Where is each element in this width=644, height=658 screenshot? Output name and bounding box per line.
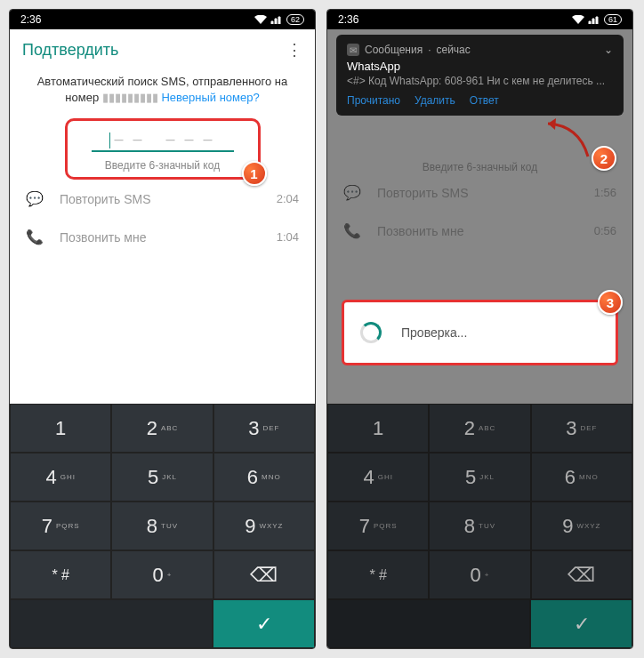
page-title: Подтвердить: [22, 41, 118, 60]
key-7[interactable]: 7PQRS: [10, 502, 111, 550]
signal-icon: [588, 15, 600, 24]
messages-app-icon: ✉: [347, 44, 359, 56]
resend-sms-row[interactable]: 💬 Повторить SMS 2:04: [10, 180, 315, 218]
key-backspace[interactable]: ⌫: [213, 550, 315, 599]
notif-title: WhatsApp: [347, 60, 613, 73]
key-backspace[interactable]: ⌫: [531, 550, 632, 599]
key-8[interactable]: 8TUV: [111, 502, 213, 550]
key-6[interactable]: 6MNO: [531, 453, 632, 502]
key-1[interactable]: 1: [10, 404, 111, 453]
notif-read-button[interactable]: Прочитано: [347, 94, 400, 107]
key-2[interactable]: 2ABC: [111, 404, 213, 453]
key-9[interactable]: 9WXYZ: [213, 502, 315, 550]
call-timer: 1:04: [277, 230, 299, 244]
key-1[interactable]: 1: [327, 404, 429, 453]
notif-reply-button[interactable]: Ответ: [470, 94, 499, 107]
key-9[interactable]: 9WXYZ: [531, 502, 632, 550]
key-symbols[interactable]: * #: [10, 550, 111, 599]
status-bar: 2:36 61: [327, 10, 632, 29]
code-input-highlight: – – – – – Введите 6-значный код 1: [65, 118, 261, 180]
key-6[interactable]: 6MNO: [213, 453, 315, 502]
key-4[interactable]: 4GHI: [327, 453, 429, 502]
key-0[interactable]: 0+: [111, 550, 213, 599]
code-hint: Введите 6-значный код: [73, 159, 253, 172]
status-bar: 2:36 62: [10, 10, 315, 29]
status-right: 62: [254, 14, 304, 25]
call-label: Позвонить мне: [60, 230, 146, 245]
key-5[interactable]: 5JKL: [429, 453, 530, 502]
notification-card[interactable]: ✉ Сообщения · сейчас ⌄ WhatsApp <#> Код …: [336, 35, 624, 116]
notif-body: <#> Код WhatsApp: 608-961 Ни с кем не де…: [347, 75, 613, 87]
status-time: 2:36: [338, 13, 358, 26]
key-4[interactable]: 4GHI: [10, 453, 111, 502]
callout-badge-2: 2: [592, 146, 616, 171]
callout-badge-3: 3: [598, 290, 623, 315]
key-confirm[interactable]: ✓: [213, 599, 315, 648]
wrong-number-link[interactable]: Неверный номер?: [161, 91, 259, 104]
resend-label: Повторить SMS: [60, 192, 151, 206]
notif-chevron-icon[interactable]: ⌄: [604, 44, 613, 56]
callout-badge-1: 1: [242, 161, 267, 186]
key-spacer: [10, 599, 213, 648]
verify-text: Проверка...: [401, 325, 467, 340]
status-right: 61: [572, 14, 622, 25]
spinner-icon: [360, 322, 382, 343]
key-3[interactable]: 3DEF: [213, 404, 315, 453]
wifi-icon: [254, 15, 267, 24]
key-8[interactable]: 8TUV: [429, 502, 530, 550]
signal-icon: [270, 15, 283, 24]
key-7[interactable]: 7PQRS: [327, 502, 429, 550]
key-5[interactable]: 5JKL: [111, 453, 213, 502]
code-input[interactable]: – – – – –: [92, 130, 234, 152]
key-2[interactable]: 2ABC: [429, 404, 530, 453]
verify-dialog: Проверка... 3: [342, 300, 618, 365]
wifi-icon: [572, 15, 584, 24]
key-3[interactable]: 3DEF: [531, 404, 632, 453]
battery-icon: 62: [286, 14, 304, 25]
header: Подтвердить ⋮: [10, 29, 315, 70]
phone-right: 2:36 61 Введите 6-значный код 💬 Повторит…: [326, 9, 633, 649]
sms-icon: 💬: [26, 190, 44, 207]
phone-left: 2:36 62 Подтвердить ⋮ Автоматический пои…: [9, 9, 316, 649]
numeric-keypad: 1 2ABC 3DEF 4GHI 5JKL 6MNO 7PQRS 8TUV 9W…: [327, 404, 632, 648]
key-confirm[interactable]: ✓: [530, 599, 632, 648]
key-spacer: [327, 599, 530, 648]
battery-icon: 61: [604, 14, 622, 25]
call-me-row[interactable]: 📞 Позвонить мне 1:04: [10, 218, 315, 256]
arrow-icon: [543, 116, 597, 161]
notif-app-name: Сообщения: [365, 44, 423, 56]
phone-icon: 📞: [26, 229, 44, 245]
notif-delete-button[interactable]: Удалить: [415, 94, 455, 107]
status-time: 2:36: [20, 13, 41, 26]
numeric-keypad: 1 2ABC 3DEF 4GHI 5JKL 6MNO 7PQRS 8TUV 9W…: [10, 404, 315, 648]
notif-time: сейчас: [436, 44, 470, 56]
key-symbols[interactable]: * #: [327, 550, 429, 599]
info-text: Автоматический поиск SMS, отправленного …: [10, 74, 315, 106]
resend-timer: 2:04: [277, 192, 299, 205]
menu-icon[interactable]: ⋮: [286, 40, 302, 60]
key-0[interactable]: 0+: [429, 550, 530, 599]
